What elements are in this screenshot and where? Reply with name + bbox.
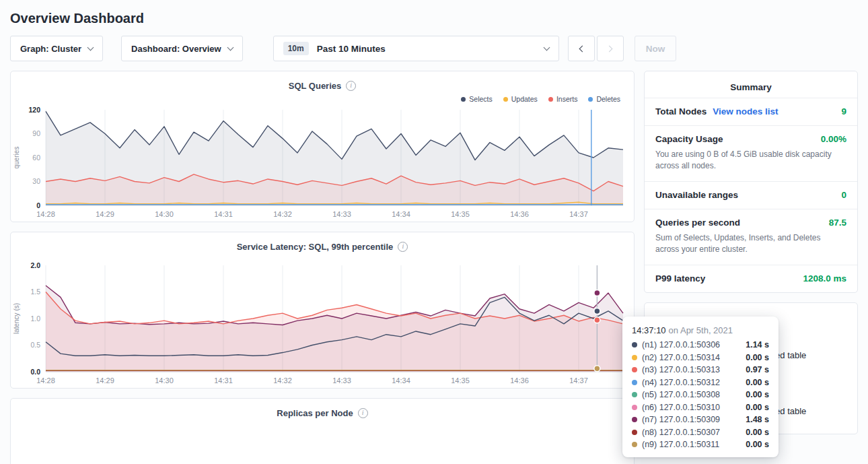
summary-rows: Total NodesView nodes list9Capacity Usag… [645,98,857,292]
tooltip-time: 14:37:10 [632,325,666,335]
summary-label: P99 latency [655,273,705,284]
overview-dashboard-page: Overview Dashboard Graph: Cluster Dashbo… [0,11,868,464]
svg-text:1.5: 1.5 [30,288,40,296]
tooltip-node-value: 1.48 s [746,415,769,424]
svg-text:60: 60 [32,154,40,162]
tooltip-row: (n9) 127.0.0.1:503110.00 s [632,440,769,449]
svg-text:14:34: 14:34 [392,210,410,218]
svg-text:14:33: 14:33 [332,210,351,218]
svg-text:14:37: 14:37 [569,376,588,385]
sql-queries-chart[interactable]: 14:2814:2914:3014:3114:3214:3314:3414:35… [11,103,634,222]
chart-title: Service Latency: SQL, 99th percentile [237,242,394,252]
tooltip-rows: (n1) 127.0.0.1:503061.14 s(n2) 127.0.0.1… [632,340,769,449]
legend-dot-icon [461,97,466,102]
tooltip-row: (n7) 127.0.0.1:503091.48 s [632,415,769,424]
tooltip-header: 14:37:10on Apr 5th, 2021 [632,325,769,335]
time-prev-button[interactable] [568,36,595,61]
graph-selector-dropdown[interactable]: Graph: Cluster [10,36,103,61]
legend-dot-icon [503,97,508,102]
time-range-dropdown[interactable]: 10m Past 10 Minutes [273,36,559,61]
node-dot-icon [632,355,637,360]
svg-text:latency (s): latency (s) [13,303,20,334]
dashboard-selector-dropdown[interactable]: Dashboard: Overview [121,36,243,61]
svg-text:14:36: 14:36 [510,210,529,218]
tooltip-date: on Apr 5th, 2021 [669,325,733,335]
tooltip-row: (n1) 127.0.0.1:503061.14 s [632,340,769,350]
sql-legend: SelectsUpdatesInsertsDeletes [11,92,634,103]
svg-text:14:35: 14:35 [451,376,470,385]
legend-label: Inserts [556,95,578,103]
summary-subtext: You are using 0 B of 4.5 GiB usable disk… [655,149,846,172]
svg-text:14:31: 14:31 [214,210,233,218]
summary-row: Total NodesView nodes list9 [645,98,857,125]
node-dot-icon [632,442,637,447]
chart-title: SQL Queries [289,81,342,91]
chevron-left-icon [579,45,585,52]
summary-label: Unavailable ranges [655,190,738,200]
legend-item[interactable]: Deletes [588,95,620,103]
tooltip-node-value: 0.00 s [746,390,769,399]
chart-card-replicas-per-node: Replicas per Node [10,398,635,464]
info-icon[interactable] [346,81,356,91]
svg-text:14:31: 14:31 [214,376,233,385]
svg-text:30: 30 [32,177,40,185]
node-dot-icon [632,405,637,410]
svg-text:14:29: 14:29 [96,210,114,218]
legend-dot-icon [548,97,553,102]
chart-card-sql-queries: SQL Queries SelectsUpdatesInsertsDeletes… [10,71,635,222]
tooltip-node-value: 0.97 s [746,365,769,374]
tooltip-node-value: 0.00 s [746,428,769,437]
time-next-button[interactable] [597,36,624,61]
legend-label: Deletes [596,95,620,103]
svg-text:14:33: 14:33 [332,376,351,385]
info-icon[interactable] [398,242,408,252]
tooltip-node-label: (n6) 127.0.0.1:50310 [642,403,720,412]
svg-text:0.0: 0.0 [30,368,40,376]
svg-text:14:29: 14:29 [96,376,114,385]
tooltip-node-value: 1.14 s [746,340,769,350]
summary-value: 1208.0 ms [803,273,846,284]
svg-text:2.0: 2.0 [30,261,40,269]
chevron-down-icon [543,44,550,51]
legend-item[interactable]: Selects [461,95,492,103]
legend-item[interactable]: Inserts [548,95,578,103]
summary-card: Summary Total NodesView nodes list9Capac… [644,71,858,293]
svg-text:120: 120 [28,106,40,114]
time-range-label: Past 10 Minutes [317,44,544,54]
chart-title: Replicas per Node [277,408,353,418]
node-dot-icon [632,367,637,372]
tooltip-node-label: (n9) 127.0.0.1:50311 [642,440,719,449]
summary-row: Capacity Usage0.00%You are using 0 B of … [645,125,857,181]
summary-value: 0.00% [821,134,846,144]
summary-link[interactable]: View nodes list [713,106,778,117]
svg-text:14:32: 14:32 [273,210,292,218]
tooltip-node-label: (n7) 127.0.0.1:50309 [642,415,720,424]
dashboard-selector-label: Dashboard: Overview [131,44,221,54]
svg-text:14:37: 14:37 [569,210,588,218]
now-button[interactable]: Now [635,36,677,61]
service-latency-chart[interactable]: 14:2814:2914:3014:3114:3214:3314:3414:35… [11,259,634,388]
legend-label: Updates [511,95,538,103]
chart-card-service-latency: Service Latency: SQL, 99th percentile 14… [10,232,635,389]
summary-row: Unavailable ranges0 [645,181,857,209]
svg-text:14:32: 14:32 [273,376,292,385]
chevron-right-icon [606,45,612,52]
chart-header: Service Latency: SQL, 99th percentile [11,232,634,253]
chart-tooltip: 14:37:10on Apr 5th, 2021 (n1) 127.0.0.1:… [622,317,779,457]
tooltip-node-value: 0.00 s [746,378,769,387]
node-dot-icon [632,417,637,422]
summary-label: Capacity Usage [655,134,723,144]
tooltip-row: (n5) 127.0.0.1:503080.00 s [632,390,769,399]
tooltip-node-value: 0.00 s [746,353,769,362]
summary-label: Total Nodes [655,106,707,117]
chevron-down-icon [87,44,94,51]
svg-text:90: 90 [32,129,40,137]
svg-text:1.0: 1.0 [30,314,40,323]
legend-item[interactable]: Updates [503,95,538,103]
svg-text:0.5: 0.5 [30,341,40,349]
info-icon[interactable] [358,408,368,418]
node-dot-icon [632,342,637,347]
node-dot-icon [632,392,637,397]
tooltip-row: (n3) 127.0.0.1:503130.97 s [632,365,769,374]
svg-text:0: 0 [36,201,40,209]
